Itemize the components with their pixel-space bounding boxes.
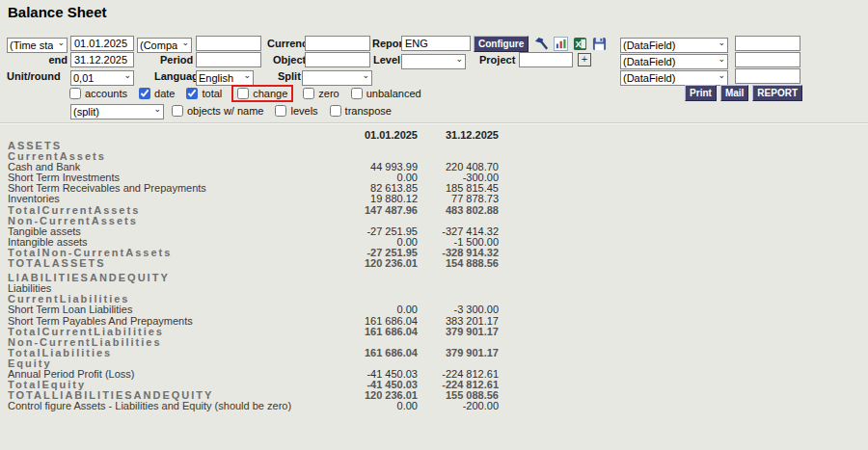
checkbox-label[interactable]: transpose: [345, 105, 392, 117]
checkbox[interactable]: [172, 105, 183, 117]
unit-round-select-control[interactable]: 0,01: [70, 70, 134, 86]
start-date-input[interactable]: [70, 36, 134, 51]
table-row: CurrentAssets: [0, 151, 868, 162]
datafield-input-2[interactable]: [735, 52, 800, 67]
level-label: Level: [373, 54, 400, 66]
compare-select-control[interactable]: (Compare): [137, 38, 192, 53]
currency-input[interactable]: [305, 36, 370, 51]
checkbox[interactable]: [237, 88, 249, 99]
checkbox-group-objects-w-name[interactable]: objects w/ name: [172, 105, 263, 117]
checkbox-group-unbalanced[interactable]: unbalanced: [351, 88, 421, 99]
print-button[interactable]: Print: [685, 85, 717, 101]
split-select[interactable]: ⌄: [302, 68, 372, 84]
table-row: Short Term Receivables and Prepayments82…: [0, 183, 868, 194]
balance-sheet-page: Balance Sheet (Time start)⌄ (Compare)⌄ C…: [0, 0, 868, 450]
checkbox-label[interactable]: unbalanced: [366, 88, 421, 99]
unit-round-label: Unit/round: [7, 70, 61, 82]
excel-icon[interactable]: X: [573, 37, 587, 51]
checkbox-label[interactable]: date: [154, 88, 175, 99]
checkbox-group-zero[interactable]: zero: [303, 88, 339, 99]
checkbox-label[interactable]: accounts: [85, 88, 127, 99]
row-label: Short Term Loan Liabilities: [8, 304, 132, 315]
project-input[interactable]: [519, 52, 573, 67]
datafield-select-1[interactable]: (DataField)⌄: [620, 36, 728, 51]
checkbox-label[interactable]: total: [202, 88, 222, 99]
checkbox[interactable]: [139, 88, 150, 99]
checkbox[interactable]: [303, 88, 314, 99]
unit-round-select[interactable]: 0,01⌄: [70, 68, 134, 84]
table-row: Liabilities: [0, 283, 868, 294]
datafield-select-1-control[interactable]: (DataField): [620, 38, 728, 53]
table-row: Non-CurrentLiabilities: [0, 337, 868, 348]
datafield-input-1[interactable]: [735, 36, 800, 51]
compare-select[interactable]: (Compare)⌄: [137, 36, 192, 51]
checkbox[interactable]: [186, 88, 198, 99]
split-select-control[interactable]: [302, 70, 372, 86]
table-row: TotalLiabilities161 686.04379 901.17: [0, 348, 868, 358]
table-row: TotalCurrentAssets147 487.96483 802.88: [0, 205, 868, 216]
level-select[interactable]: ⌄: [401, 52, 466, 67]
time-start-select-control[interactable]: (Time start): [7, 38, 68, 53]
split-label: Split: [278, 70, 301, 82]
datafield-select-2[interactable]: (DataField)⌄: [620, 52, 728, 67]
checkbox-group-transpose[interactable]: transpose: [330, 105, 392, 117]
object-input[interactable]: [305, 52, 370, 67]
table-row: ASSETS: [0, 141, 868, 151]
table-row: TotalNon-CurrentAssets-27 251.95-328 914…: [0, 248, 868, 258]
options-row-1: accountsdatetotalchangezerounbalanced: [69, 85, 421, 101]
checkbox-label[interactable]: change: [253, 88, 287, 99]
checkbox-group-date[interactable]: date: [139, 88, 175, 99]
row-value-2: 383 201.17: [446, 316, 499, 327]
checkbox-label[interactable]: zero: [318, 88, 339, 99]
split-mode-select-control[interactable]: (split): [70, 104, 164, 119]
row-value-1: 147 487.96: [365, 205, 418, 216]
split-mode-select[interactable]: (split)⌄: [70, 102, 164, 118]
checkbox[interactable]: [275, 105, 286, 117]
checkbox[interactable]: [69, 88, 81, 99]
row-label: Inventories: [8, 194, 60, 204]
end-date-input[interactable]: [70, 52, 134, 67]
report-button[interactable]: REPORT: [752, 85, 802, 101]
mail-button[interactable]: Mail: [720, 85, 748, 101]
row-label: Short Term Payables And Prepayments: [8, 316, 193, 327]
row-label: TotalCurrentAssets: [8, 205, 140, 216]
row-value-2: 77 878.73: [451, 194, 499, 204]
row-label: Control figure Assets - Liabilities and …: [8, 401, 291, 411]
period-input[interactable]: [196, 52, 261, 67]
checkbox[interactable]: [330, 105, 341, 117]
table-row: Annual Period Profit (Loss)-41 450.03-22…: [0, 369, 868, 380]
compare-value-input[interactable]: [196, 36, 261, 51]
language-select[interactable]: English⌄: [196, 68, 254, 84]
checkbox-label[interactable]: objects w/ name: [187, 105, 263, 117]
time-start-select[interactable]: (Time start)⌄: [7, 36, 68, 51]
row-value-2: 483 802.88: [446, 205, 499, 216]
datafield-select-2-control[interactable]: (DataField): [620, 54, 728, 69]
hammer-icon[interactable]: [534, 37, 549, 51]
checkbox-group-total[interactable]: total: [186, 88, 222, 99]
highlight-box checkbox-group-change[interactable]: change: [231, 85, 293, 102]
table-row: Cash and Bank44 993.99220 408.70: [0, 162, 868, 172]
checkbox-label[interactable]: levels: [290, 105, 317, 117]
save-icon[interactable]: [592, 37, 607, 51]
plus-icon[interactable]: +: [578, 53, 591, 66]
page-title: Balance Sheet: [8, 4, 107, 20]
object-label: Object: [273, 54, 306, 66]
table-row: Short Term Payables And Prepayments161 6…: [0, 316, 868, 327]
level-select-control[interactable]: [401, 54, 466, 69]
configure-button[interactable]: Configure: [474, 36, 529, 52]
checkbox[interactable]: [351, 88, 363, 99]
bar-chart-icon[interactable]: [554, 37, 568, 51]
row-value-1: 120 236.01: [365, 258, 418, 269]
datafield-input-3[interactable]: [735, 68, 800, 84]
report-input[interactable]: [401, 36, 471, 51]
checkbox-group-levels[interactable]: levels: [275, 105, 317, 117]
table-row: Tangible assets-27 251.95-327 414.32: [0, 226, 868, 237]
options-row-2: objects w/ namelevelstranspose: [172, 102, 392, 119]
svg-text:X: X: [576, 40, 583, 49]
datafield-select-3-control[interactable]: (DataField): [620, 70, 728, 86]
row-value-1: 0.00: [397, 304, 418, 315]
section-divider: [0, 122, 868, 124]
checkbox-group-accounts[interactable]: accounts: [69, 88, 127, 99]
datafield-select-3[interactable]: (DataField)⌄: [620, 68, 728, 84]
row-label: TOTALASSETS: [8, 258, 106, 269]
